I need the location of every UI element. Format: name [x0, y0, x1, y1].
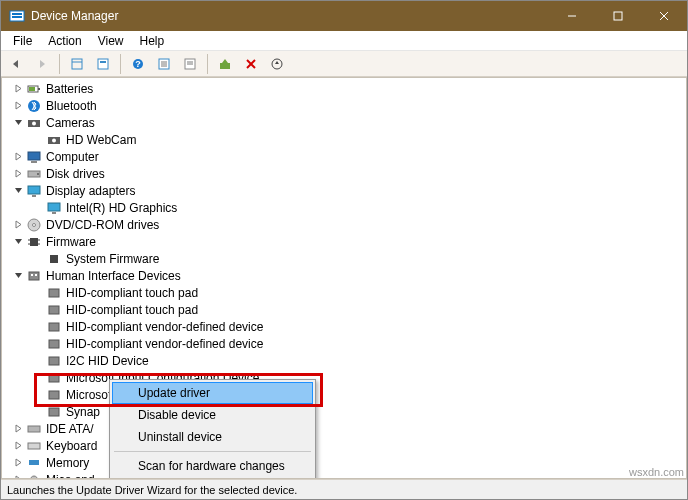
- tree-label: Computer: [46, 150, 99, 164]
- hid-icon: [46, 319, 62, 335]
- chevron-right-icon[interactable]: [12, 440, 24, 452]
- tree-node-memory[interactable]: Memory: [4, 454, 686, 471]
- tree-node-hid-touchpad[interactable]: HID-compliant touch pad: [4, 284, 686, 301]
- tree-node-mice[interactable]: Mice and: [4, 471, 686, 479]
- tree-label: Memory: [46, 456, 89, 470]
- toolbar-uninstall-button[interactable]: [240, 53, 262, 75]
- svg-rect-2: [12, 16, 22, 18]
- chevron-right-icon[interactable]: [12, 168, 24, 180]
- chevron-down-icon[interactable]: [12, 236, 24, 248]
- svg-marker-42: [16, 170, 21, 177]
- context-menu-scan-hardware[interactable]: Scan for hardware changes: [112, 455, 313, 477]
- toolbar-list-button[interactable]: [179, 53, 201, 75]
- chevron-right-icon[interactable]: [12, 83, 24, 95]
- titlebar: Device Manager: [1, 1, 687, 31]
- svg-marker-76: [16, 459, 21, 466]
- tree-label: HID-compliant vendor-defined device: [66, 337, 263, 351]
- svg-marker-34: [15, 120, 22, 125]
- tree-label: Firmware: [46, 235, 96, 249]
- svg-marker-60: [15, 273, 22, 278]
- chevron-right-icon[interactable]: [12, 423, 24, 435]
- mouse-icon: [26, 472, 42, 480]
- tree-node-ms-input[interactable]: Microsoft Input Configuration Device: [4, 369, 686, 386]
- svg-marker-28: [16, 85, 21, 92]
- tree-node-batteries[interactable]: Batteries: [4, 80, 686, 97]
- toolbar-show-hide-button[interactable]: [66, 53, 88, 75]
- chevron-right-icon[interactable]: [12, 151, 24, 163]
- app-icon: [9, 8, 25, 24]
- toolbar-properties-button[interactable]: [92, 53, 114, 75]
- menu-view[interactable]: View: [90, 32, 132, 50]
- tree-node-i2c-hid[interactable]: I2C HID Device: [4, 352, 686, 369]
- toolbar-update-driver-button[interactable]: [214, 53, 236, 75]
- tree-node-cameras[interactable]: Cameras: [4, 114, 686, 131]
- tree-node-dvd[interactable]: DVD/CD-ROM drives: [4, 216, 686, 233]
- tree-node-hd-webcam[interactable]: HD WebCam: [4, 131, 686, 148]
- svg-rect-41: [31, 161, 37, 163]
- toolbar-help-button[interactable]: ?: [127, 53, 149, 75]
- tree-node-display-adapters[interactable]: Display adapters: [4, 182, 686, 199]
- device-tree: Batteries Bluetooth Cameras HD WebCam Co…: [2, 78, 686, 479]
- tree-node-computer[interactable]: Computer: [4, 148, 686, 165]
- toolbar-forward-button[interactable]: [31, 53, 53, 75]
- menu-action[interactable]: Action: [40, 32, 89, 50]
- svg-rect-63: [35, 274, 37, 276]
- svg-rect-73: [28, 426, 40, 432]
- tree-label: HID-compliant vendor-defined device: [66, 320, 263, 334]
- minimize-button[interactable]: [549, 1, 595, 31]
- svg-rect-62: [31, 274, 33, 276]
- svg-marker-78: [16, 476, 21, 479]
- menu-file[interactable]: File: [5, 32, 40, 50]
- device-tree-panel[interactable]: Batteries Bluetooth Cameras HD WebCam Co…: [1, 77, 687, 479]
- tree-node-synaptics[interactable]: Synap: [4, 403, 686, 420]
- toolbar-scan-hardware-button[interactable]: [266, 53, 288, 75]
- tree-node-ide-ata[interactable]: IDE ATA/: [4, 420, 686, 437]
- toolbar-back-button[interactable]: [5, 53, 27, 75]
- tree-label: Mice and: [46, 473, 95, 480]
- tree-label: Synap: [66, 405, 100, 419]
- context-menu-uninstall-device[interactable]: Uninstall device: [112, 426, 313, 448]
- chevron-right-icon[interactable]: [12, 219, 24, 231]
- svg-rect-22: [220, 63, 230, 69]
- toolbar-separator: [120, 54, 121, 74]
- context-menu-disable-device[interactable]: Disable device: [112, 404, 313, 426]
- hid-icon: [26, 268, 42, 284]
- chevron-down-icon[interactable]: [12, 117, 24, 129]
- tree-node-hid-touchpad[interactable]: HID-compliant touch pad: [4, 301, 686, 318]
- chevron-down-icon[interactable]: [12, 270, 24, 282]
- hid-icon: [46, 285, 62, 301]
- tree-node-disk-drives[interactable]: Disk drives: [4, 165, 686, 182]
- context-menu-update-driver[interactable]: Update driver: [112, 382, 313, 404]
- svg-rect-64: [49, 289, 59, 297]
- tree-label: Display adapters: [46, 184, 135, 198]
- toolbar-separator: [59, 54, 60, 74]
- svg-rect-48: [48, 203, 60, 211]
- chevron-right-icon[interactable]: [12, 457, 24, 469]
- chevron-down-icon[interactable]: [12, 185, 24, 197]
- tree-node-hid-vendor[interactable]: HID-compliant vendor-defined device: [4, 318, 686, 335]
- chevron-right-icon[interactable]: [12, 100, 24, 112]
- tree-node-hid[interactable]: Human Interface Devices: [4, 267, 686, 284]
- tree-node-intel-hd[interactable]: Intel(R) HD Graphics: [4, 199, 686, 216]
- tree-node-system-firmware[interactable]: System Firmware: [4, 250, 686, 267]
- maximize-button[interactable]: [595, 1, 641, 31]
- tree-node-bluetooth[interactable]: Bluetooth: [4, 97, 686, 114]
- tree-node-ms-input[interactable]: Microsoft Input Configuration Device: [4, 386, 686, 403]
- tree-node-hid-vendor[interactable]: HID-compliant vendor-defined device: [4, 335, 686, 352]
- tree-node-keyboards[interactable]: Keyboard: [4, 437, 686, 454]
- tree-label: Keyboard: [46, 439, 97, 453]
- hid-icon: [46, 353, 62, 369]
- svg-rect-1: [12, 13, 22, 15]
- tree-node-firmware[interactable]: Firmware: [4, 233, 686, 250]
- close-button[interactable]: [641, 1, 687, 31]
- display-icon: [46, 200, 62, 216]
- watermark: wsxdn.com: [629, 466, 684, 478]
- toolbar: ?: [1, 51, 687, 77]
- svg-marker-8: [40, 60, 45, 68]
- tree-label: System Firmware: [66, 252, 159, 266]
- chevron-right-icon[interactable]: [12, 474, 24, 480]
- menu-help[interactable]: Help: [132, 32, 173, 50]
- toolbar-prop2-button[interactable]: [153, 53, 175, 75]
- context-menu: Update driver Disable device Uninstall d…: [109, 379, 316, 479]
- svg-marker-32: [16, 102, 21, 109]
